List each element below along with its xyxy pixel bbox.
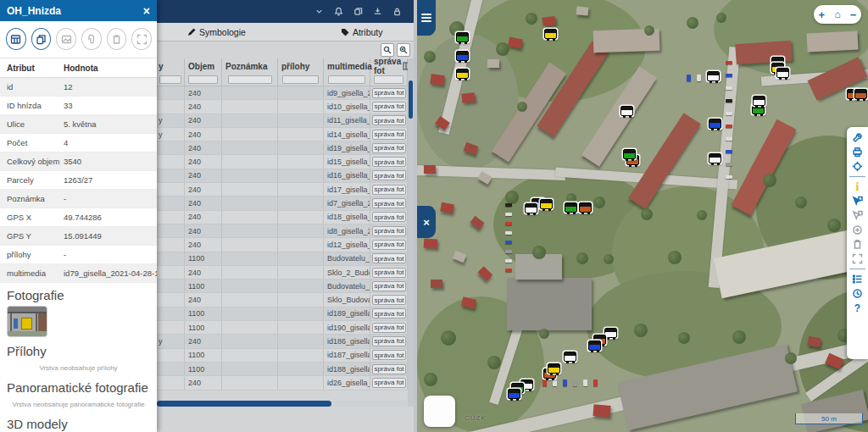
attribute-row[interactable]: GPS Y15.091449 (0, 227, 157, 246)
attribute-row[interactable]: Poznámka- (0, 190, 157, 208)
table-row[interactable]: 240id26_gisella_...správa fot (157, 376, 408, 390)
map-close-tab[interactable]: × (417, 206, 436, 238)
attachment-button[interactable] (81, 28, 102, 50)
sprava-fot-button[interactable]: správa fot (372, 378, 406, 388)
sprava-fot-button[interactable]: správa fot (372, 364, 406, 374)
sprava-fot-button[interactable]: správa fot (372, 240, 406, 250)
column-header[interactable]: Objem (185, 58, 222, 74)
table-row[interactable]: 240Sklo_Budovat...správa fot (157, 293, 408, 307)
layers-icon[interactable] (353, 7, 363, 16)
container-marker-green[interactable] (456, 32, 469, 42)
container-marker-orange[interactable] (579, 202, 592, 213)
table-row[interactable]: 240id12_gisella_...správa fot (157, 238, 408, 252)
sprava-fot-button[interactable]: správa fot (372, 102, 406, 112)
container-marker-blue[interactable] (508, 389, 520, 399)
table-row[interactable]: y240id14_gisella_...správa fot (157, 128, 408, 141)
trash-icon[interactable] (851, 238, 864, 251)
photo-thumbnail[interactable] (7, 306, 47, 337)
home-button[interactable]: ⌂ (834, 8, 840, 20)
container-marker-white[interactable] (564, 352, 576, 362)
vertical-scrollbar-thumb[interactable] (409, 80, 413, 119)
container-marker-white[interactable] (707, 71, 720, 81)
sprava-fot-button[interactable]: správa fot (372, 350, 406, 360)
container-marker-blue[interactable] (709, 119, 721, 129)
container-marker-white[interactable] (525, 203, 537, 213)
search-button[interactable] (381, 43, 394, 57)
image-button[interactable] (56, 28, 76, 50)
help-icon[interactable]: ? (851, 302, 864, 314)
column-header[interactable]: přílohy (278, 58, 324, 74)
table-row[interactable]: 240Sklo_2_Budo...správa fot (157, 266, 408, 280)
sprava-fot-button[interactable]: správa fot (372, 170, 406, 180)
delete-button[interactable] (107, 28, 127, 50)
container-marker-yellow[interactable] (456, 69, 469, 79)
container-marker-white[interactable] (604, 328, 617, 338)
column-filter-input[interactable] (328, 75, 364, 84)
table-row[interactable]: 240id9_gisella_2...správa fot (157, 86, 408, 100)
sprava-fot-button[interactable]: správa fot (372, 295, 406, 305)
table-row[interactable]: 240id18_gisella_...správa fot (157, 211, 408, 224)
attribute-row[interactable]: Počet4 (0, 134, 157, 152)
sprava-fot-button[interactable]: správa fot (372, 130, 406, 140)
select-add-icon[interactable] (851, 195, 864, 208)
lock-icon[interactable] (392, 7, 402, 16)
table-row[interactable]: 240id10_gisella_...správa fot (157, 100, 408, 114)
add-circle-icon[interactable] (851, 224, 864, 236)
attribute-row[interactable]: multimediaid79_gisella_2021-04-28-13-51-… (0, 264, 157, 283)
select-remove-icon[interactable] (851, 209, 864, 222)
table-row[interactable]: 240id19_gisella_...správa fot (157, 141, 408, 155)
table-row[interactable]: 1100id187_gisella...správa fot (157, 349, 408, 363)
table-row[interactable]: 240id16_gisella_...správa fot (157, 169, 408, 183)
container-marker-yellow[interactable] (544, 29, 557, 39)
horizontal-scrollbar-thumb[interactable] (157, 401, 331, 407)
sprava-fot-button[interactable]: správa fot (372, 157, 406, 167)
table-button[interactable] (6, 28, 26, 50)
history-icon[interactable] (851, 287, 864, 300)
sprava-fot-button[interactable]: správa fot (372, 198, 406, 208)
vertical-scrollbar[interactable] (408, 58, 414, 407)
container-marker-white[interactable] (620, 106, 633, 116)
table-row[interactable]: 1100id189_gisella...správa fot (157, 307, 408, 321)
zoom-in-button[interactable]: + (819, 9, 826, 20)
sprava-fot-button[interactable]: správa fot (372, 281, 406, 291)
container-marker-white[interactable] (709, 153, 721, 163)
table-row[interactable]: 240id17_gisella_...správa fot (157, 183, 408, 197)
attribute-row[interactable]: GPS X49.744286 (0, 208, 157, 227)
container-marker-orange[interactable] (854, 89, 867, 99)
sprava-fot-button[interactable]: správa fot (372, 212, 406, 222)
wrench-icon[interactable] (851, 131, 864, 144)
tab-atributy[interactable]: Atributy (341, 27, 383, 37)
table-row[interactable]: 240id15_gisella_...správa fot (157, 155, 408, 169)
map-menu-tab[interactable] (417, 0, 436, 36)
sprava-fot-button[interactable]: správa fot (372, 143, 406, 153)
info-icon[interactable]: i (851, 180, 864, 193)
column-header[interactable]: Poznámka (222, 58, 278, 74)
container-marker-blue[interactable] (588, 341, 601, 351)
sprava-fot-button[interactable]: správa fot (372, 308, 406, 318)
sprava-fot-button[interactable]: správa fot (372, 88, 406, 98)
list-icon[interactable] (851, 273, 864, 285)
column-filter-input[interactable] (282, 75, 318, 84)
tab-symbologie[interactable]: Symbologie (187, 27, 246, 37)
container-marker-yellow[interactable] (540, 199, 553, 209)
expand-icon[interactable] (851, 252, 864, 265)
expand-button[interactable] (131, 28, 152, 50)
table-row[interactable]: y240id186_gisella...správa fot (157, 335, 408, 348)
column-header-partial[interactable]: y (157, 58, 185, 74)
zoom-out-button[interactable]: − (850, 9, 857, 20)
table-row[interactable]: 240id7_gisella_2...správa fot (157, 197, 408, 210)
attribute-row[interactable]: Celkový objem3540 (0, 152, 157, 171)
overview-map-toggle[interactable] (424, 396, 455, 427)
bell-icon[interactable] (334, 7, 343, 16)
horizontal-scrollbar[interactable] (157, 401, 408, 407)
panel-close-button[interactable]: × (143, 5, 150, 17)
table-row[interactable]: 1100id190_gisella...správa fot (157, 321, 408, 335)
attribute-row[interactable]: přílohy- (0, 246, 157, 264)
sprava-fot-button[interactable]: správa fot (372, 226, 406, 236)
column-filter-input[interactable] (228, 75, 272, 84)
sprava-fot-button[interactable]: správa fot (372, 115, 406, 125)
attribute-row[interactable]: Parcely1263/27 (0, 171, 157, 190)
column-header[interactable]: správa fot (370, 58, 408, 74)
table-row[interactable]: 1100Budovatelu_p...správa fot (157, 280, 408, 293)
table-row[interactable]: 1100Budovatelu_...správa fot (157, 252, 408, 266)
